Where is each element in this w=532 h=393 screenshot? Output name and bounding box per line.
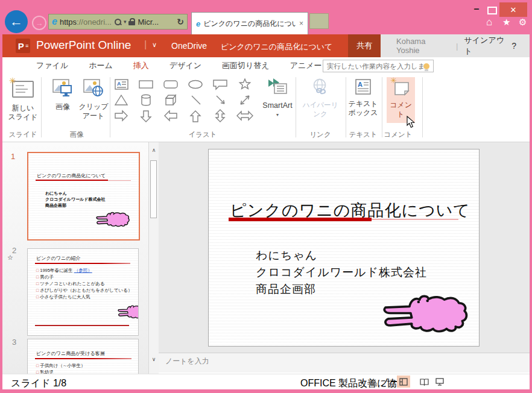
tab-home[interactable]: ホーム: [89, 60, 113, 71]
window-border-right: [530, 34, 532, 393]
slide2-thumbnail[interactable]: ピンクのワニの紹介 □1995年春に誕生 （参照） □男の子 □ツチノコといわれ…: [27, 248, 139, 336]
account-separator: |: [456, 42, 458, 51]
scroll-down-icon[interactable]: ∨: [149, 354, 159, 364]
header-separator: |: [144, 39, 147, 51]
slide1-title: ピンクのワニの商品化について: [37, 172, 106, 179]
tellme-box[interactable]: [323, 60, 434, 72]
new-slide-label1: 新しい: [12, 104, 34, 113]
reading-view-button[interactable]: [417, 376, 431, 388]
tab-file[interactable]: ファイル: [36, 60, 68, 71]
shape-double-arrow-icon[interactable]: [241, 96, 249, 104]
bullet-item: □小さな子供たちに大人気: [36, 294, 132, 300]
shape-callout-icon[interactable]: [214, 80, 227, 89]
shape-block-arrow-left-right-icon[interactable]: [237, 112, 253, 120]
address-dropdown-icon[interactable]: ▾: [124, 19, 127, 25]
shape-block-arrow-up-icon[interactable]: [191, 111, 200, 122]
shape-text-box-icon[interactable]: A: [115, 80, 128, 89]
group-label-comments: コメント: [381, 130, 415, 139]
shape-block-arrow-down-icon[interactable]: [141, 111, 151, 122]
shape-block-arrow-up-down-icon[interactable]: [216, 110, 224, 122]
group-label-text: テキスト: [346, 130, 380, 139]
sparkle-icon: ✳: [9, 77, 16, 86]
slideshow-view-button[interactable]: [433, 376, 446, 388]
shape-rounded-rectangle-icon[interactable]: [164, 81, 177, 88]
logo-lines-icon: ≡: [25, 43, 28, 49]
close-button[interactable]: ✕: [499, 2, 527, 17]
hyperlink-label: ハイパーリンク: [299, 101, 341, 119]
gear-icon[interactable]: ⚙: [519, 17, 527, 28]
comment-button[interactable]: ✳ コメント: [387, 80, 415, 119]
hyperlink-icon: [311, 78, 329, 95]
tab-transitions[interactable]: 画面切り替え: [222, 60, 270, 71]
help-icon[interactable]: ?: [511, 41, 516, 51]
group-divider: [346, 77, 346, 137]
signout-link[interactable]: サインアウト: [464, 35, 511, 57]
refresh-icon[interactable]: ↻: [177, 17, 184, 27]
forward-button[interactable]: →: [32, 16, 46, 30]
notes-pane[interactable]: [159, 353, 530, 373]
ie-icon: e: [52, 16, 57, 27]
main-slide[interactable]: ピンクのワニの商品化について わにちゃん クロコダイルワールド株式会社 商品企画…: [208, 149, 480, 347]
url-text: ://onedri...: [77, 17, 112, 27]
svg-text:A: A: [117, 81, 121, 87]
user-name[interactable]: Kohama Yoshie: [396, 37, 450, 55]
scroll-up-icon[interactable]: ∧: [149, 145, 159, 156]
shape-cylinder-icon[interactable]: [142, 95, 150, 105]
slide3-thumbnail[interactable]: ピンクのワニ商品が受ける客層 □子供向け（～小学生） □乳幼児: [27, 339, 139, 375]
shape-block-arrow-left-icon[interactable]: [165, 111, 177, 121]
maximize-icon[interactable]: [487, 7, 497, 14]
chevron-down-icon[interactable]: ∨: [152, 41, 157, 49]
search-icon[interactable]: [114, 18, 121, 25]
address-bar[interactable]: e https://onedri... ▾ Micr... ↻: [48, 14, 188, 30]
tellme-input[interactable]: [323, 63, 423, 70]
smartart-label: SmartArt: [262, 101, 292, 110]
notes-placeholder[interactable]: ノートを入力: [165, 356, 209, 366]
scrollbar-thumb[interactable]: [150, 160, 157, 218]
group-divider: [382, 77, 382, 137]
picture-icon: [52, 78, 74, 98]
home-icon[interactable]: ⌂: [486, 16, 492, 28]
shape-line-icon[interactable]: [192, 96, 200, 104]
group-divider: [41, 77, 42, 137]
slide1-thumbnail[interactable]: ピンクのワニの商品化について わにちゃん クロコダイルワールド株式会社 商品企画…: [27, 152, 140, 241]
tab-insert[interactable]: 挿入: [133, 60, 149, 71]
back-button[interactable]: ←: [5, 10, 28, 33]
smartart-button[interactable]: SmartArt ▾: [261, 78, 294, 119]
new-slide-button[interactable]: ✳ 新しい スライド: [7, 78, 39, 122]
main-slide-subtitle[interactable]: わにちゃん クロコダイルワールド株式会社 商品企画部: [256, 247, 427, 298]
shape-star-icon[interactable]: [239, 79, 250, 89]
browser-tab[interactable]: e ピンクのワニの商品化について.... ×: [191, 12, 308, 34]
certificate-text[interactable]: Micr...: [138, 17, 159, 27]
document-title[interactable]: ピンクのワニの商品化について: [221, 42, 332, 52]
shape-cube-icon[interactable]: [166, 95, 176, 105]
minimize-button[interactable]: –: [471, 4, 482, 17]
textbox-button[interactable]: A テキスト ボックス: [348, 78, 378, 118]
lightbulb-icon: [423, 63, 429, 69]
bullet-item: □男の子: [36, 274, 132, 280]
slide2-hyperlink[interactable]: （参照）: [74, 268, 92, 273]
shape-arrow-icon[interactable]: [217, 96, 224, 104]
tab-design[interactable]: デザイン: [169, 60, 201, 71]
normal-view-button[interactable]: [397, 376, 410, 388]
powerpoint-logo[interactable]: P≡: [16, 39, 30, 53]
favorites-star-icon[interactable]: ★: [502, 17, 510, 28]
new-tab-button[interactable]: [309, 13, 329, 29]
crocodile-image[interactable]: [382, 293, 468, 333]
picture-button[interactable]: 画像: [48, 78, 77, 112]
slide2-animation-icon: ☆: [7, 254, 13, 262]
group-divider: [422, 77, 423, 137]
mouse-cursor: [407, 116, 416, 128]
shape-rectangle-icon[interactable]: [139, 81, 153, 88]
breadcrumb-onedrive[interactable]: OneDrive: [171, 41, 207, 51]
app-name: PowerPoint Online: [36, 39, 131, 52]
tab-close-icon[interactable]: ×: [299, 19, 303, 28]
window-border-bottom: [0, 389, 532, 393]
shape-block-arrow-right-icon[interactable]: [115, 111, 127, 121]
clipart-button[interactable]: クリップ アート: [78, 78, 109, 121]
share-button[interactable]: 共有: [348, 34, 381, 57]
shape-oval-icon[interactable]: [189, 81, 202, 89]
status-bar: [0, 374, 532, 389]
normal-view-icon: [399, 378, 408, 386]
url-protocol: https: [60, 17, 77, 27]
shape-triangle-icon[interactable]: [115, 95, 127, 105]
